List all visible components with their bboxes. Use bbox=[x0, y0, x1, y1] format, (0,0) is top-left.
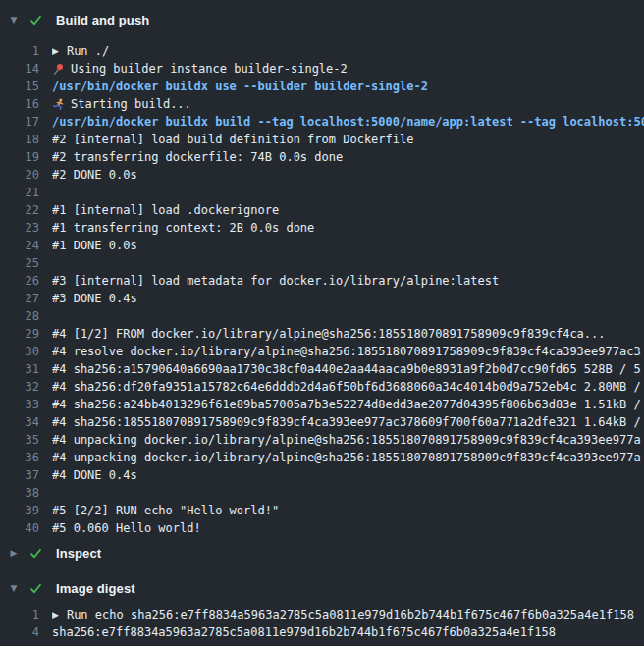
log-text: Using builder instance builder-single-2 bbox=[52, 60, 644, 78]
log-line: 36#4 unpacking docker.io/library/alpine@… bbox=[0, 449, 644, 466]
line-number-link[interactable]: 25 bbox=[0, 254, 39, 272]
log-text: #4 [1/2] FROM docker.io/library/alpine@s… bbox=[52, 325, 644, 343]
log-text: #1 [internal] load .dockerignore bbox=[52, 201, 644, 219]
line-number-link[interactable]: 29 bbox=[0, 325, 39, 343]
line-number-link[interactable]: 17 bbox=[0, 113, 39, 131]
log-line: 25 bbox=[0, 254, 644, 272]
workflow-log-viewer: ▼ Build and push 1▶Run ./14Using builder… bbox=[0, 10, 644, 646]
line-number-link[interactable]: 1 bbox=[0, 42, 39, 60]
log-text: #2 DONE 0.0s bbox=[52, 166, 644, 184]
line-number-link[interactable]: 28 bbox=[0, 307, 39, 325]
log-text: #4 resolve docker.io/library/alpine@sha2… bbox=[52, 343, 644, 360]
line-number-link[interactable]: 26 bbox=[0, 272, 39, 290]
log-line: 28 bbox=[0, 307, 644, 325]
line-number-link[interactable]: 22 bbox=[0, 201, 39, 219]
log-line: 1▶Run ./ bbox=[0, 42, 644, 60]
log-line: 22#1 [internal] load .dockerignore bbox=[0, 201, 644, 219]
log-line: 17/usr/bin/docker buildx build --tag loc… bbox=[0, 113, 644, 131]
log-line: 15/usr/bin/docker buildx use --builder b… bbox=[0, 78, 644, 95]
line-number-link[interactable]: 14 bbox=[0, 60, 39, 78]
log-line: 39#5 [2/2] RUN echo "Hello world!" bbox=[0, 502, 644, 519]
line-number-link[interactable]: 18 bbox=[0, 131, 39, 148]
line-number-link[interactable]: 20 bbox=[0, 166, 39, 184]
log-line: 24#1 DONE 0.0s bbox=[0, 237, 644, 254]
log-text: #3 DONE 0.4s bbox=[52, 290, 644, 307]
log-line: 29#4 [1/2] FROM docker.io/library/alpine… bbox=[0, 325, 644, 343]
log-line: 32#4 sha256:df20fa9351a15782c64e6dddb2d4… bbox=[0, 378, 644, 396]
log-text: #4 sha256:a15790640a6690aa1730c38cf0a440… bbox=[52, 360, 644, 378]
chevron-right-icon: ▶ bbox=[8, 543, 20, 563]
log-line: 21 bbox=[0, 184, 644, 201]
line-number-link[interactable]: 21 bbox=[0, 184, 39, 201]
log-text: ▶Run ./ bbox=[52, 42, 644, 60]
line-number-link[interactable]: 1 bbox=[0, 606, 39, 623]
log-text: sha256:e7ff8834a5963a2785c5a0811e979d16b… bbox=[52, 623, 644, 641]
log-line: 1▶Run echo sha256:e7ff8834a5963a2785c5a0… bbox=[0, 606, 644, 623]
log-line: 20#2 DONE 0.0s bbox=[0, 166, 644, 184]
log-text: #4 sha256:a24bb4013296f61e89ba57005a7b3e… bbox=[52, 396, 644, 413]
expand-run-group-icon[interactable]: ▶ bbox=[52, 42, 59, 60]
line-number-link[interactable]: 36 bbox=[0, 449, 39, 466]
line-number-link[interactable]: 23 bbox=[0, 219, 39, 237]
log-text: #2 transferring dockerfile: 74B 0.0s don… bbox=[52, 148, 644, 166]
log-text: #2 [internal] load build definition from… bbox=[52, 131, 644, 148]
log-line: 31#4 sha256:a15790640a6690aa1730c38cf0a4… bbox=[0, 360, 644, 378]
log-line: 18#2 [internal] load build definition fr… bbox=[0, 131, 644, 148]
log-line: 34#4 sha256:185518070891758909c9f839cf4c… bbox=[0, 413, 644, 431]
line-number-link[interactable]: 39 bbox=[0, 502, 39, 519]
line-number-link[interactable]: 16 bbox=[0, 95, 39, 113]
line-number-link[interactable]: 33 bbox=[0, 396, 39, 413]
log-line: 14Using builder instance builder-single-… bbox=[0, 60, 644, 78]
section-header-image-digest[interactable]: ▼ Image digest bbox=[0, 578, 644, 598]
build-and-push-log: 1▶Run ./14Using builder instance builder… bbox=[0, 42, 644, 537]
line-number-link[interactable]: 37 bbox=[0, 466, 39, 484]
log-line: 30#4 resolve docker.io/library/alpine@sh… bbox=[0, 343, 644, 360]
line-number-link[interactable]: 35 bbox=[0, 431, 39, 449]
expand-run-group-icon[interactable]: ▶ bbox=[52, 606, 59, 623]
line-number-link[interactable]: 34 bbox=[0, 413, 39, 431]
github-actions-log: { "colors": { "background": "#24292f", "… bbox=[0, 0, 644, 646]
log-line: 16Starting build... bbox=[0, 95, 644, 113]
log-text: #1 DONE 0.0s bbox=[52, 237, 644, 254]
log-line: 26#3 [internal] load metadata for docker… bbox=[0, 272, 644, 290]
section-header-build-and-push[interactable]: ▼ Build and push bbox=[0, 10, 644, 29]
section-title-inspect: Inspect bbox=[56, 546, 101, 561]
log-line: 19#2 transferring dockerfile: 74B 0.0s d… bbox=[0, 148, 644, 166]
log-line: 40#5 0.060 Hello world! bbox=[0, 519, 644, 537]
pushpin-icon bbox=[52, 63, 65, 76]
log-text: ▶Run echo sha256:e7ff8834a5963a2785c5a08… bbox=[52, 606, 644, 623]
section-header-inspect[interactable]: ▶ Inspect bbox=[0, 543, 644, 563]
line-number-link[interactable]: 15 bbox=[0, 78, 39, 95]
command-log-text: /usr/bin/docker buildx build --tag local… bbox=[52, 113, 644, 131]
section-title-image-digest: Image digest bbox=[56, 581, 135, 596]
log-text: #4 sha256:185518070891758909c9f839cf4ca3… bbox=[52, 413, 644, 431]
line-number-link[interactable]: 32 bbox=[0, 378, 39, 396]
command-log-text: /usr/bin/docker buildx use --builder bui… bbox=[52, 78, 644, 95]
check-success-icon bbox=[28, 581, 43, 596]
line-number-link[interactable]: 24 bbox=[0, 237, 39, 254]
log-line: 37#4 DONE 0.4s bbox=[0, 466, 644, 484]
log-line: 4sha256:e7ff8834a5963a2785c5a0811e979d16… bbox=[0, 623, 644, 641]
line-number-link[interactable]: 19 bbox=[0, 148, 39, 166]
check-success-icon bbox=[28, 546, 43, 561]
log-line: 35#4 unpacking docker.io/library/alpine@… bbox=[0, 431, 644, 449]
log-text: #5 [2/2] RUN echo "Hello world!" bbox=[52, 502, 644, 519]
line-number-link[interactable]: 38 bbox=[0, 484, 39, 502]
log-line: 27#3 DONE 0.4s bbox=[0, 290, 644, 307]
line-number-link[interactable]: 40 bbox=[0, 519, 39, 537]
line-number-link[interactable]: 30 bbox=[0, 343, 39, 360]
image-digest-log: 1▶Run echo sha256:e7ff8834a5963a2785c5a0… bbox=[0, 606, 644, 641]
line-number-link[interactable]: 27 bbox=[0, 290, 39, 307]
check-success-icon bbox=[28, 13, 43, 27]
log-text: #4 DONE 0.4s bbox=[52, 466, 644, 484]
line-number-link[interactable]: 31 bbox=[0, 360, 39, 378]
line-number-link[interactable]: 4 bbox=[0, 623, 39, 641]
log-text: #3 [internal] load metadata for docker.i… bbox=[52, 272, 644, 290]
log-text: #4 sha256:df20fa9351a15782c64e6dddb2d4a6… bbox=[52, 378, 644, 396]
log-line: 33#4 sha256:a24bb4013296f61e89ba57005a7b… bbox=[0, 396, 644, 413]
log-text: #1 transferring context: 2B 0.0s done bbox=[52, 219, 644, 237]
log-text: #5 0.060 Hello world! bbox=[52, 519, 644, 537]
chevron-down-icon: ▼ bbox=[8, 10, 20, 29]
log-text: Starting build... bbox=[52, 95, 644, 113]
log-text: #4 unpacking docker.io/library/alpine@sh… bbox=[52, 431, 644, 449]
